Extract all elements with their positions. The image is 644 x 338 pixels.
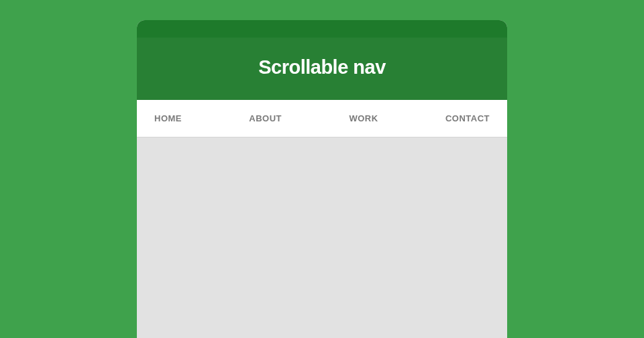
page-title: Scrollable nav [137,56,507,78]
nav-item-contact[interactable]: CONTACT [445,113,490,123]
header: Scrollable nav [137,38,507,100]
nav-item-work[interactable]: WORK [349,113,378,123]
app-container: Scrollable nav HOME ABOUT WORK CONTACT [137,20,507,338]
header-top-bar [137,20,507,38]
nav-item-home[interactable]: HOME [154,113,182,123]
content-area [137,137,507,338]
main-nav: HOME ABOUT WORK CONTACT [137,100,507,137]
nav-item-about[interactable]: ABOUT [249,113,282,123]
